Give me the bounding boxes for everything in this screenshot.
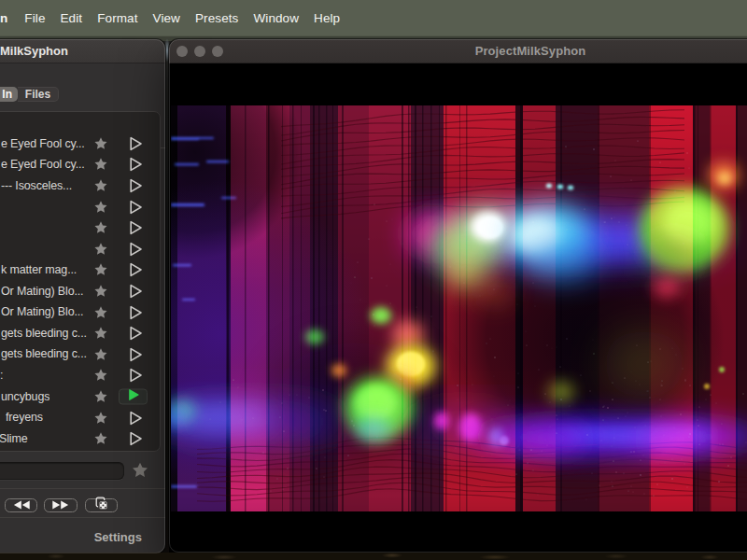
favorite-star-icon[interactable] — [92, 282, 110, 301]
favorite-star-icon[interactable] — [92, 198, 110, 217]
preset-row[interactable]: : — [0, 365, 160, 386]
visualizer-window: ProjectMilkSyphon — [169, 39, 747, 553]
divider — [0, 517, 165, 518]
panel-title-bar[interactable]: MilkSyphon — [0, 39, 165, 63]
star-icon — [93, 242, 108, 257]
visualization-canvas — [169, 63, 747, 553]
favorite-star-icon[interactable] — [92, 218, 110, 237]
preset-row[interactable]: Or Mating) Blo... — [0, 281, 160, 302]
play-button[interactable] — [125, 282, 145, 301]
play-button[interactable] — [125, 429, 145, 448]
play-outline-icon — [125, 260, 145, 279]
favorites-filter-star-icon[interactable] — [131, 461, 149, 480]
play-outline-icon — [125, 176, 145, 195]
close-button[interactable] — [176, 46, 188, 57]
random-preset-button[interactable] — [85, 498, 118, 512]
menu-item-app[interactable]: n — [0, 11, 17, 25]
favorite-star-icon[interactable] — [92, 303, 110, 322]
divider — [0, 488, 165, 489]
star-icon — [93, 220, 108, 235]
play-filled-icon — [127, 389, 140, 401]
minimize-button[interactable] — [194, 46, 205, 57]
play-button[interactable] — [125, 303, 145, 322]
preset-row[interactable] — [0, 217, 160, 239]
menu-item-format[interactable]: Format — [90, 11, 145, 25]
menu-item-view[interactable]: View — [146, 11, 188, 25]
previous-preset-button[interactable] — [5, 498, 37, 512]
tab-files[interactable]: Files — [18, 87, 59, 102]
preset-row[interactable]: gets bleeding c... — [0, 323, 160, 344]
star-icon — [131, 461, 149, 480]
preset-row[interactable]: uncybugs — [0, 386, 160, 408]
preset-name: uncybugs — [1, 386, 49, 408]
preset-name: Or Mating) Blo... — [1, 281, 83, 302]
preset-name: : — [0, 365, 3, 386]
preset-row[interactable]: Slime — [0, 428, 160, 450]
play-outline-icon — [125, 218, 145, 237]
zoom-button[interactable] — [212, 46, 223, 57]
play-button[interactable] — [125, 324, 145, 343]
favorite-star-icon[interactable] — [92, 387, 110, 406]
favorite-star-icon[interactable] — [92, 134, 110, 153]
play-outline-icon — [125, 366, 145, 385]
play-button[interactable] — [125, 366, 145, 385]
preset-name: Or Mating) Blo... — [1, 301, 83, 323]
rewind-icon — [11, 500, 31, 510]
preset-name: e Eyed Fool cy... — [1, 154, 85, 175]
desktop-wallpaper — [0, 553, 747, 560]
menu-item-help[interactable]: Help — [306, 11, 347, 25]
preset-row[interactable]: k matter mag... — [0, 259, 160, 281]
preset-name: --- Isosceles... — [1, 175, 72, 197]
star-icon — [93, 389, 108, 404]
tab-in[interactable]: In — [0, 87, 18, 102]
next-preset-button[interactable] — [44, 498, 78, 512]
main-title-bar[interactable]: ProjectMilkSyphon — [169, 39, 747, 63]
search-input[interactable] — [0, 462, 124, 480]
preset-row[interactable]: gets bleeding c... — [0, 343, 160, 365]
preset-row[interactable]: e Eyed Fool cy... — [0, 133, 160, 155]
play-button[interactable] — [125, 155, 145, 174]
preset-row[interactable] — [0, 196, 160, 217]
preset-name: e Eyed Fool cy... — [1, 133, 85, 155]
favorite-star-icon[interactable] — [92, 155, 110, 174]
play-outline-icon — [125, 155, 145, 174]
play-outline-icon — [125, 303, 145, 322]
favorite-star-icon[interactable] — [92, 366, 110, 385]
search-row — [0, 462, 165, 480]
play-button[interactable] — [125, 260, 145, 279]
play-button[interactable] — [125, 240, 145, 259]
preset-browser-window: MilkSyphon Files In e Eyed Fool cy...e E… — [0, 39, 165, 553]
favorite-star-icon[interactable] — [92, 240, 110, 259]
preset-row[interactable] — [0, 238, 160, 259]
preset-row[interactable]: freyens — [0, 407, 160, 428]
preset-list[interactable]: e Eyed Fool cy...e Eyed Fool cy...--- Is… — [0, 111, 161, 452]
favorite-star-icon[interactable] — [92, 324, 110, 343]
menu-item-window[interactable]: Window — [246, 11, 306, 25]
play-button[interactable] — [125, 409, 145, 427]
play-button[interactable] — [125, 345, 145, 364]
preset-name: freyens — [6, 407, 43, 428]
favorite-star-icon[interactable] — [92, 409, 110, 427]
preset-row[interactable]: e Eyed Fool cy... — [0, 154, 160, 175]
preset-row[interactable]: Or Mating) Blo... — [0, 301, 160, 323]
main-window-title: ProjectMilkSyphon — [475, 44, 586, 58]
star-icon — [93, 157, 108, 172]
settings-button[interactable]: Settings — [94, 530, 142, 544]
favorite-star-icon[interactable] — [92, 429, 110, 448]
play-button[interactable] — [125, 176, 145, 195]
menu-item-edit[interactable]: Edit — [53, 11, 91, 25]
favorite-star-icon[interactable] — [92, 345, 110, 364]
menu-item-file[interactable]: File — [17, 11, 52, 25]
star-icon — [93, 347, 108, 362]
menu-item-presets[interactable]: Presets — [188, 11, 246, 25]
star-icon — [93, 200, 108, 215]
play-button[interactable] — [125, 218, 145, 237]
preset-name: gets bleeding c... — [1, 323, 87, 344]
preset-row[interactable]: --- Isosceles... — [0, 175, 160, 197]
play-outline-icon — [125, 324, 145, 343]
play-button[interactable] — [125, 198, 145, 217]
favorite-star-icon[interactable] — [92, 260, 110, 279]
play-button-active[interactable] — [119, 388, 148, 404]
favorite-star-icon[interactable] — [92, 176, 110, 195]
play-button[interactable] — [125, 134, 145, 153]
